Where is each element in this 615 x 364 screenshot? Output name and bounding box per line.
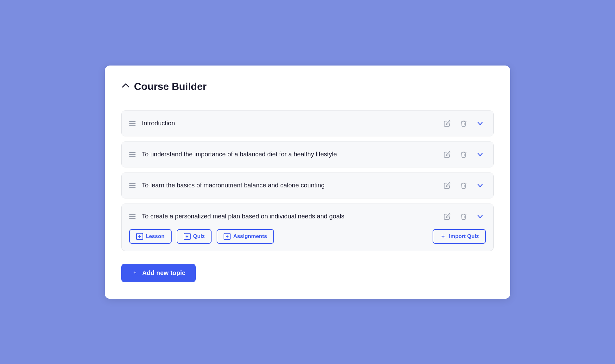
edit-icon[interactable] xyxy=(441,180,453,191)
course-builder-card: Course Builder Introduction xyxy=(105,66,510,299)
edit-icon[interactable] xyxy=(441,211,453,222)
topic-row-expanded: To create a personalized meal plan based… xyxy=(121,204,494,251)
topic-left: Introduction xyxy=(129,120,441,127)
add-lesson-button[interactable]: + Lesson xyxy=(129,229,172,244)
drag-handle-icon[interactable] xyxy=(129,183,136,188)
topic-title: To create a personalized meal plan based… xyxy=(142,213,344,220)
expand-icon[interactable] xyxy=(474,118,486,129)
quiz-button-label: Quiz xyxy=(193,233,205,240)
topic-header: To create a personalized meal plan based… xyxy=(129,204,486,229)
edit-icon[interactable] xyxy=(441,149,453,160)
plus-icon: + xyxy=(224,233,231,240)
import-quiz-button[interactable]: Import Quiz xyxy=(433,229,486,244)
assignments-button-label: Assignments xyxy=(233,233,267,240)
topic-header: Introduction xyxy=(129,111,486,136)
collapse-icon[interactable] xyxy=(121,81,130,92)
download-icon xyxy=(440,233,447,240)
topic-footer: + Lesson + Quiz + Assignments xyxy=(129,229,486,251)
header-divider xyxy=(121,100,494,100)
topic-actions xyxy=(441,118,486,129)
plus-filled-icon: + xyxy=(131,269,138,276)
lesson-button-label: Lesson xyxy=(146,233,165,240)
import-quiz-label: Import Quiz xyxy=(449,233,479,240)
topic-title: To understand the importance of a balanc… xyxy=(142,151,337,158)
plus-icon: + xyxy=(136,233,143,240)
topic-row: Introduction xyxy=(121,110,494,136)
delete-icon[interactable] xyxy=(458,149,469,160)
topic-row: To understand the importance of a balanc… xyxy=(121,141,494,167)
expand-icon[interactable] xyxy=(474,211,486,222)
expand-icon[interactable] xyxy=(474,180,486,191)
topic-actions xyxy=(441,211,486,222)
topic-header: To learn the basics of macronutrient bal… xyxy=(129,173,486,198)
delete-icon[interactable] xyxy=(458,180,469,191)
topic-header: To understand the importance of a balanc… xyxy=(129,142,486,167)
topic-title: Introduction xyxy=(142,120,175,127)
expand-icon[interactable] xyxy=(474,149,486,160)
drag-handle-icon[interactable] xyxy=(129,214,136,219)
topic-left: To learn the basics of macronutrient bal… xyxy=(129,182,441,189)
page-header: Course Builder xyxy=(121,81,494,92)
footer-left: + Lesson + Quiz + Assignments xyxy=(129,229,274,244)
add-assignments-button[interactable]: + Assignments xyxy=(217,229,274,244)
drag-handle-icon[interactable] xyxy=(129,121,136,126)
topic-left: To understand the importance of a balanc… xyxy=(129,151,441,158)
add-new-topic-button[interactable]: + Add new topic xyxy=(121,264,196,282)
topic-row: To learn the basics of macronutrient bal… xyxy=(121,173,494,198)
drag-handle-icon[interactable] xyxy=(129,152,136,157)
delete-icon[interactable] xyxy=(458,118,469,129)
add-quiz-button[interactable]: + Quiz xyxy=(177,229,212,244)
topic-list: Introduction xyxy=(121,110,494,251)
plus-icon: + xyxy=(184,233,191,240)
topic-actions xyxy=(441,180,486,191)
topic-left: To create a personalized meal plan based… xyxy=(129,213,441,220)
delete-icon[interactable] xyxy=(458,211,469,222)
topic-actions xyxy=(441,149,486,160)
topic-title: To learn the basics of macronutrient bal… xyxy=(142,182,325,189)
add-new-topic-label: Add new topic xyxy=(142,269,186,277)
edit-icon[interactable] xyxy=(441,118,453,129)
page-title: Course Builder xyxy=(134,81,206,92)
